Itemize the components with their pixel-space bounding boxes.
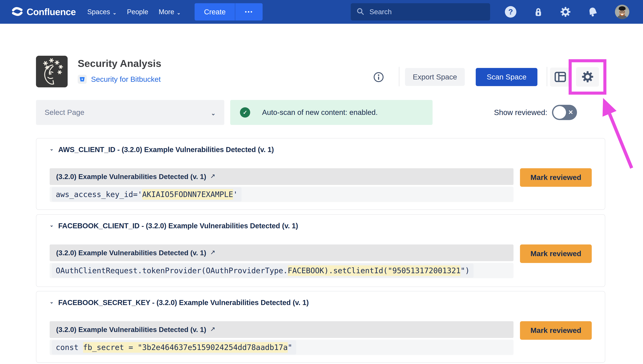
sidebar-layout-button[interactable] xyxy=(550,68,570,87)
secret-highlight: fb_secret = "3b2e464637e5159024254dd78aa… xyxy=(83,342,288,353)
toggle-knob xyxy=(553,106,566,119)
finding-source-label: (3.2.0) Example Vulnerabilities Detected… xyxy=(56,326,206,334)
annotation-arrow-head xyxy=(602,98,616,117)
show-reviewed-control: Show reviewed: ✕ xyxy=(494,100,577,125)
top-navigation: Confluence Spaces ⌄ People More ⌄ Create… xyxy=(0,0,643,24)
show-reviewed-toggle[interactable]: ✕ xyxy=(552,105,577,120)
search-icon xyxy=(356,8,364,16)
select-page-dropdown[interactable]: Select Page ⌄ xyxy=(36,100,224,125)
code-line: OAuthClientRequest.tokenProvider(OAuthPr… xyxy=(52,264,474,278)
search-input[interactable]: Search xyxy=(351,3,490,20)
code-snippet: OAuthClientRequest.tokenProvider(OAuthPr… xyxy=(50,263,513,278)
space-avatar[interactable] xyxy=(36,56,68,87)
gear-icon[interactable] xyxy=(560,7,571,17)
nav-item-label: People xyxy=(127,8,148,16)
confluence-home-link[interactable]: Confluence xyxy=(12,6,76,18)
space-settings-button[interactable] xyxy=(576,67,599,87)
nav-icon-cluster: ? xyxy=(505,5,629,19)
space-home-link[interactable]: Security for Bitbucket xyxy=(91,75,161,84)
finding-card: ⌄ FACEBOOK_SECRET_KEY - (3.2.0) Example … xyxy=(36,291,605,363)
nav-item-label: More xyxy=(159,8,174,16)
finding-title: AWS_CLIENT_ID - (3.2.0) Example Vulnerab… xyxy=(58,146,274,154)
code-line: aws_access_key_id='AKIAIO5FODNN7EXAMPLE' xyxy=(52,187,242,202)
create-more-button[interactable]: ••• xyxy=(235,3,263,20)
chevron-down-icon: ⌄ xyxy=(113,10,117,16)
secret-highlight: AKIAIO5FODNN7EXAMPLE xyxy=(142,189,233,200)
code-prefix: const xyxy=(56,343,83,352)
chevron-down-icon: ⌄ xyxy=(211,110,216,117)
finding-card: ⌄ FACEBOOK_CLIENT_ID - (3.2.0) Example V… xyxy=(36,214,605,287)
finding-title-row: ⌄ AWS_CLIENT_ID - (3.2.0) Example Vulner… xyxy=(50,145,592,154)
finding-source-link[interactable]: (3.2.0) Example Vulnerabilities Detected… xyxy=(50,244,513,261)
confluence-page: Confluence Spaces ⌄ People More ⌄ Create… xyxy=(0,0,643,364)
close-icon: ✕ xyxy=(568,109,573,116)
external-link-icon: ↗ xyxy=(210,325,215,332)
finding-title: FACEBOOK_CLIENT_ID - (3.2.0) Example Vul… xyxy=(58,222,298,230)
external-link-icon: ↗ xyxy=(210,172,215,180)
finding-main: (3.2.0) Example Vulnerabilities Detected… xyxy=(50,168,513,202)
finding-main: (3.2.0) Example Vulnerabilities Detected… xyxy=(50,321,513,355)
autoscan-message: Auto-scan of new content: enabled. xyxy=(262,108,378,117)
user-avatar[interactable] xyxy=(615,5,629,19)
finding-row: (3.2.0) Example Vulnerabilities Detected… xyxy=(50,244,592,278)
export-space-button[interactable]: Export Space xyxy=(405,68,465,86)
mark-reviewed-button[interactable]: Mark reviewed xyxy=(520,321,592,340)
code-suffix: ' xyxy=(233,190,238,199)
nav-item-spaces[interactable]: Spaces ⌄ xyxy=(87,8,117,16)
confluence-logo-icon xyxy=(12,6,23,18)
page-title: Security Analysis xyxy=(78,58,161,69)
space-subtitle: Security for Bitbucket xyxy=(78,73,161,85)
nav-links: Spaces ⌄ People More ⌄ xyxy=(87,8,181,16)
brand-name: Confluence xyxy=(27,6,76,17)
scan-space-button[interactable]: Scan Space xyxy=(476,68,537,86)
finding-source-link[interactable]: (3.2.0) Example Vulnerabilities Detected… xyxy=(50,321,513,338)
question-glyph: ? xyxy=(508,8,513,16)
finding-title-row: ⌄ FACEBOOK_CLIENT_ID - (3.2.0) Example V… xyxy=(50,221,592,230)
code-prefix: OAuthClientRequest.tokenProvider(OAuthPr… xyxy=(56,266,288,275)
finding-card: ⌄ AWS_CLIENT_ID - (3.2.0) Example Vulner… xyxy=(36,138,605,210)
nav-item-label: Spaces xyxy=(87,8,110,16)
layout-icon xyxy=(554,72,566,83)
finding-source-link[interactable]: (3.2.0) Example Vulnerabilities Detected… xyxy=(50,168,513,185)
help-icon[interactable]: ? xyxy=(505,6,516,18)
code-snippet: aws_access_key_id='AKIAIO5FODNN7EXAMPLE' xyxy=(50,186,513,202)
bitbucket-icon xyxy=(78,75,87,84)
select-page-label: Select Page xyxy=(45,108,84,117)
nav-item-people[interactable]: People xyxy=(127,8,148,16)
external-link-icon: ↗ xyxy=(210,248,215,256)
show-reviewed-label: Show reviewed: xyxy=(494,108,547,117)
check-circle-icon: ✓ xyxy=(240,107,250,118)
lock-icon[interactable] xyxy=(533,7,543,17)
code-suffix: " xyxy=(288,343,292,352)
create-button-group: Create ••• xyxy=(195,3,263,20)
check-glyph: ✓ xyxy=(243,109,247,116)
finding-title: FACEBOOK_SECRET_KEY - (3.2.0) Example Vu… xyxy=(58,298,309,307)
create-button[interactable]: Create xyxy=(195,3,235,20)
mark-reviewed-button[interactable]: Mark reviewed xyxy=(520,244,592,263)
annotation-arrow-shaft xyxy=(609,114,632,168)
finding-title-row: ⌄ FACEBOOK_SECRET_KEY - (3.2.0) Example … xyxy=(50,298,592,307)
autoscan-banner: ✓ Auto-scan of new content: enabled. xyxy=(230,100,433,125)
code-suffix: ") xyxy=(460,266,470,275)
finding-main: (3.2.0) Example Vulnerabilities Detected… xyxy=(50,244,513,278)
header-divider xyxy=(547,67,547,86)
collapse-chevron-icon[interactable]: ⌄ xyxy=(50,222,54,228)
collapse-chevron-icon[interactable]: ⌄ xyxy=(50,299,54,305)
code-line: const fb_secret = "3b2e464637e5159024254… xyxy=(52,340,296,354)
chevron-down-icon: ⌄ xyxy=(177,10,181,16)
info-icon[interactable] xyxy=(373,72,384,82)
gear-icon xyxy=(582,71,593,83)
finding-source-label: (3.2.0) Example Vulnerabilities Detected… xyxy=(56,173,206,181)
secret-highlight: FACEBOOK).setClientId("950513172001321 xyxy=(288,265,461,276)
nav-item-more[interactable]: More ⌄ xyxy=(159,8,181,16)
code-prefix: aws_access_key_id=' xyxy=(56,190,142,199)
search-placeholder: Search xyxy=(369,8,392,16)
mark-reviewed-button[interactable]: Mark reviewed xyxy=(520,168,592,187)
finding-source-label: (3.2.0) Example Vulnerabilities Detected… xyxy=(56,249,206,257)
notifications-bell-icon[interactable] xyxy=(587,7,598,17)
finding-row: (3.2.0) Example Vulnerabilities Detected… xyxy=(50,321,592,355)
finding-row: (3.2.0) Example Vulnerabilities Detected… xyxy=(50,168,592,202)
code-snippet: const fb_secret = "3b2e464637e5159024254… xyxy=(50,340,513,355)
collapse-chevron-icon[interactable]: ⌄ xyxy=(50,146,54,152)
header-divider xyxy=(399,67,399,86)
